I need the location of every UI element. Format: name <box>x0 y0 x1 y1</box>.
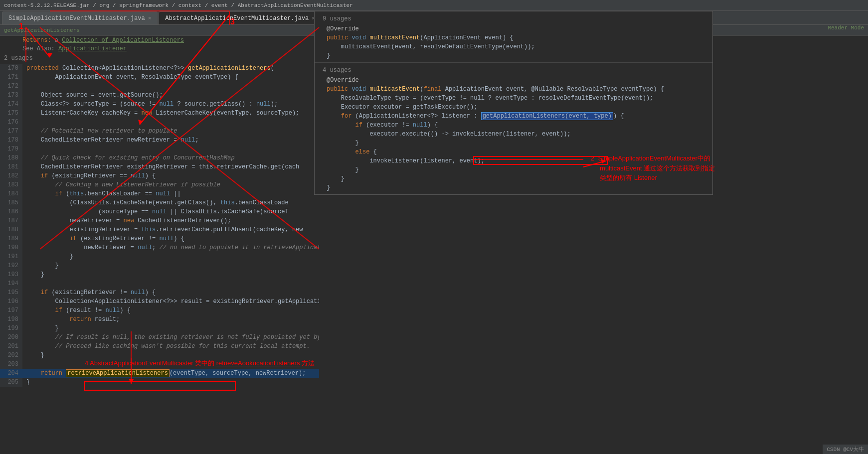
code-line-203: 203 <box>0 360 319 369</box>
code-line-181: 181 CachedListenerRetriever existingRetr… <box>0 162 319 171</box>
code-line-201: 201 // Proceed like caching wasn't possi… <box>0 342 319 351</box>
code-line-174: 174 Class<?> sourceType = (source != nul… <box>0 100 319 109</box>
code-line-183: 183 // Caching a new ListenerRetriever i… <box>0 180 319 189</box>
popup-line-s2-5: if (executor != null) { <box>323 121 704 130</box>
popup-line-s1-1: public void multicastEvent(ApplicationEv… <box>323 36 704 42</box>
code-line-172: 172 <box>0 82 319 91</box>
code-line-193: 193 } <box>0 270 319 279</box>
top-bar-path: context-5.2.12.RELEASE.jar / org / sprin… <box>4 2 353 8</box>
tab-simple[interactable]: SimpleApplicationEventMulticaster.java × <box>2 11 158 24</box>
code-line-185: 185 (ClassUtils.isCacheSafe(event.getCla… <box>0 198 319 207</box>
code-line-173: 173 Object source = event.getSource(); <box>0 91 319 100</box>
left-code-content: 170 protected Collection<ApplicationList… <box>0 64 319 387</box>
code-line-182: 182 if (existingRetriever == null) { <box>0 171 319 180</box>
code-line-171: 171 ApplicationEvent event, ResolvableTy… <box>0 73 319 82</box>
code-line-189: 189 if (existingRetriever != null) { <box>0 234 319 243</box>
code-line-184: 184 if (this.beanClassLoader == null || <box>0 189 319 198</box>
tab-abstract[interactable]: AbstractApplicationEventMulticaster.java… <box>159 11 322 24</box>
breadcrumb-text: getApplicationListeners <box>4 27 80 33</box>
code-line-188: 188 existingRetriever = this.retrieverCa… <box>0 225 319 234</box>
code-line-175: 175 ListenerCacheKey cacheKey = new List… <box>0 109 319 118</box>
code-line-176: 176 <box>0 118 319 127</box>
popup-line-s2-7: } <box>323 139 704 148</box>
popup-section2: 4 usages @Override public void multicast… <box>315 63 712 194</box>
code-line-199: 199 } <box>0 324 319 333</box>
code-line-187: 187 newRetriever = new CachedListenerRet… <box>0 216 319 225</box>
popup-line-s2-11: } <box>323 174 704 183</box>
tab-simple-close[interactable]: × <box>148 15 152 21</box>
code-line-190: 190 newRetriever = null; // no need to p… <box>0 243 319 252</box>
code-line-191: 191 } <box>0 252 319 261</box>
code-line-200: 200 // If result is null, the existing r… <box>0 333 319 342</box>
see-also-hint: See Also: ApplicationListener <box>0 45 319 53</box>
code-line-170: 170 protected Collection<ApplicationList… <box>0 64 319 73</box>
popup-line-s2-12: } <box>323 183 704 192</box>
top-bar: context-5.2.12.RELEASE.jar / org / sprin… <box>0 0 868 11</box>
popup-line-s2-3: Executor executor = getTaskExecutor(); <box>323 103 704 112</box>
code-line-205: 205 } <box>0 378 319 387</box>
code-line-196: 196 Collection<ApplicationListener<?>> r… <box>0 297 319 306</box>
popup-line-s2-4: for (ApplicationListener<?> listener : g… <box>323 112 704 121</box>
code-line-197: 197 if (result != null) { <box>0 306 319 315</box>
code-line-179: 179 <box>0 145 319 153</box>
popup-line-s2-6: executor.execute(() -> invokeListener(li… <box>323 130 704 139</box>
popup-usages-2: 4 usages <box>323 66 704 76</box>
popup-line-s2-1: public void multicastEvent(final Applica… <box>323 85 704 94</box>
status-bar: CSDN @CV大牛 <box>823 445 868 454</box>
popup-line-s2-9: invokeListener(listener, event); <box>323 156 704 165</box>
reader-mode-button[interactable]: Reader Mode <box>828 25 864 31</box>
popup-line-s2-8: else { <box>323 148 704 156</box>
popup-line-s2-10: } <box>323 165 704 174</box>
code-line-178: 178 CachedListenerRetriever newRetriever… <box>0 136 319 145</box>
left-usages-header: 2 usages <box>0 53 319 64</box>
code-line-198: 198 return result; <box>0 315 319 324</box>
code-line-202: 202 } <box>0 351 319 360</box>
code-line-192: 192 } <box>0 261 319 270</box>
status-text: CSDN @CV大牛 <box>827 447 864 453</box>
popup-section1: 9 usages @Override public void multicast… <box>315 36 712 63</box>
tab-simple-label: SimpleApplicationEventMulticaster.java <box>8 15 145 22</box>
code-line-177: 177 // Potential new retriever to popula… <box>0 127 319 136</box>
popup-section2-code: @Override public void multicastEvent(fin… <box>323 76 704 192</box>
code-line-194: 194 <box>0 279 319 288</box>
popup-line-override2: @Override <box>323 76 704 85</box>
returns-hint: Returns: a Collection of ApplicationList… <box>0 36 319 45</box>
code-line-204: 204 return retrieveApplicationListeners(… <box>0 369 319 378</box>
main-area: Returns: a Collection of ApplicationList… <box>0 36 868 454</box>
popup-section1-code: @Override public void multicastEvent(App… <box>323 36 704 60</box>
code-line-180: 180 // Quick check for existing entry on… <box>0 153 319 162</box>
left-code-panel: Returns: a Collection of ApplicationList… <box>0 36 319 454</box>
popup-line-s1-2: multicastEvent(event, resolveDefaultEven… <box>323 42 704 51</box>
popup-line-s1-3: } <box>323 51 704 60</box>
popup-line-s2-2: ResolvableType type = (eventType != null… <box>323 94 704 103</box>
right-popup-panel: 9 usages @Override public void multicast… <box>314 36 713 195</box>
tab-abstract-label: AbstractApplicationEventMulticaster.java <box>165 15 309 22</box>
code-line-195: 195 if (existingRetriever != null) { <box>0 288 319 297</box>
code-line-186: 186 (sourceType == null || ClassUtils.is… <box>0 207 319 216</box>
